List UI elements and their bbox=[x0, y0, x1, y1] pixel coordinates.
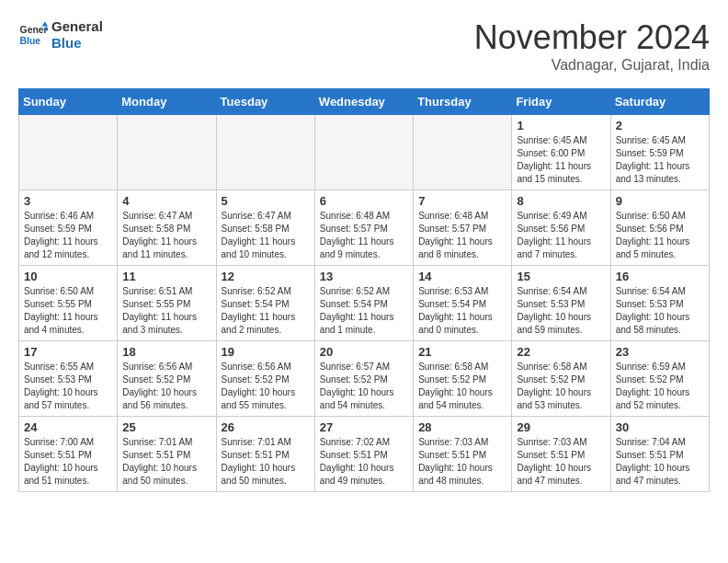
calendar-cell: 3Sunrise: 6:46 AMSunset: 5:59 PMDaylight… bbox=[19, 190, 118, 266]
calendar-week-2: 3Sunrise: 6:46 AMSunset: 5:59 PMDaylight… bbox=[19, 190, 710, 266]
calendar-cell: 25Sunrise: 7:01 AMSunset: 5:51 PMDayligh… bbox=[118, 417, 216, 492]
calendar-cell: 18Sunrise: 6:56 AMSunset: 5:52 PMDayligh… bbox=[118, 341, 216, 417]
cell-info: Sunrise: 6:55 AMSunset: 5:53 PMDaylight:… bbox=[24, 361, 112, 412]
calendar-cell: 22Sunrise: 6:58 AMSunset: 5:52 PMDayligh… bbox=[512, 341, 610, 417]
location: Vadnagar, Gujarat, India bbox=[474, 57, 710, 74]
calendar-week-3: 10Sunrise: 6:50 AMSunset: 5:55 PMDayligh… bbox=[19, 266, 710, 341]
calendar-cell: 12Sunrise: 6:52 AMSunset: 5:54 PMDayligh… bbox=[216, 266, 314, 341]
calendar-cell: 20Sunrise: 6:57 AMSunset: 5:52 PMDayligh… bbox=[314, 341, 413, 417]
day-number: 18 bbox=[122, 345, 210, 359]
weekday-header-sunday: Sunday bbox=[19, 89, 118, 115]
cell-info: Sunrise: 7:02 AMSunset: 5:51 PMDaylight:… bbox=[320, 436, 408, 488]
calendar-cell: 8Sunrise: 6:49 AMSunset: 5:56 PMDaylight… bbox=[512, 190, 610, 266]
day-number: 17 bbox=[24, 345, 112, 359]
cell-info: Sunrise: 6:58 AMSunset: 5:52 PMDaylight:… bbox=[418, 361, 506, 412]
calendar-cell: 17Sunrise: 6:55 AMSunset: 5:53 PMDayligh… bbox=[19, 341, 118, 417]
day-number: 22 bbox=[517, 345, 605, 359]
cell-info: Sunrise: 7:03 AMSunset: 5:51 PMDaylight:… bbox=[418, 436, 506, 488]
day-number: 12 bbox=[222, 270, 310, 283]
day-number: 6 bbox=[320, 194, 408, 208]
day-number: 4 bbox=[122, 194, 210, 208]
calendar-cell: 10Sunrise: 6:50 AMSunset: 5:55 PMDayligh… bbox=[19, 266, 118, 341]
calendar-cell: 21Sunrise: 6:58 AMSunset: 5:52 PMDayligh… bbox=[414, 341, 512, 417]
cell-info: Sunrise: 6:48 AMSunset: 5:57 PMDaylight:… bbox=[320, 210, 408, 261]
calendar-cell: 6Sunrise: 6:48 AMSunset: 5:57 PMDaylight… bbox=[314, 190, 413, 266]
calendar-cell: 7Sunrise: 6:48 AMSunset: 5:57 PMDaylight… bbox=[414, 190, 512, 266]
day-number: 1 bbox=[517, 119, 605, 132]
day-number: 26 bbox=[222, 420, 310, 434]
cell-info: Sunrise: 6:46 AMSunset: 5:59 PMDaylight:… bbox=[24, 210, 112, 261]
logo-icon: General Blue bbox=[18, 20, 48, 50]
day-number: 24 bbox=[24, 420, 112, 434]
svg-text:Blue: Blue bbox=[20, 36, 41, 46]
day-number: 27 bbox=[320, 420, 408, 434]
calendar-cell: 14Sunrise: 6:53 AMSunset: 5:54 PMDayligh… bbox=[414, 266, 512, 341]
day-number: 23 bbox=[616, 345, 704, 359]
cell-info: Sunrise: 7:03 AMSunset: 5:51 PMDaylight:… bbox=[517, 436, 605, 488]
cell-info: Sunrise: 6:47 AMSunset: 5:58 PMDaylight:… bbox=[222, 210, 310, 261]
day-number: 16 bbox=[616, 270, 704, 283]
cell-info: Sunrise: 6:45 AMSunset: 5:59 PMDaylight:… bbox=[616, 134, 704, 186]
day-number: 20 bbox=[320, 345, 408, 359]
calendar-cell: 26Sunrise: 7:01 AMSunset: 5:51 PMDayligh… bbox=[216, 417, 314, 492]
calendar-cell bbox=[118, 115, 216, 190]
calendar-cell: 5Sunrise: 6:47 AMSunset: 5:58 PMDaylight… bbox=[216, 190, 314, 266]
calendar-cell: 23Sunrise: 6:59 AMSunset: 5:52 PMDayligh… bbox=[610, 341, 709, 417]
day-number: 21 bbox=[418, 345, 506, 359]
month-title: November 2024 bbox=[474, 18, 710, 57]
day-number: 13 bbox=[320, 270, 408, 283]
logo-blue: Blue bbox=[51, 35, 103, 52]
day-number: 10 bbox=[24, 270, 112, 283]
calendar-week-4: 17Sunrise: 6:55 AMSunset: 5:53 PMDayligh… bbox=[19, 341, 710, 417]
cell-info: Sunrise: 7:01 AMSunset: 5:51 PMDaylight:… bbox=[222, 436, 310, 488]
day-number: 8 bbox=[517, 194, 605, 208]
calendar-cell bbox=[19, 115, 118, 190]
calendar-cell: 28Sunrise: 7:03 AMSunset: 5:51 PMDayligh… bbox=[414, 417, 512, 492]
day-number: 28 bbox=[418, 420, 506, 434]
calendar-cell: 13Sunrise: 6:52 AMSunset: 5:54 PMDayligh… bbox=[314, 266, 413, 341]
svg-marker-2 bbox=[42, 22, 48, 27]
cell-info: Sunrise: 6:53 AMSunset: 5:54 PMDaylight:… bbox=[418, 285, 506, 337]
day-number: 9 bbox=[616, 194, 704, 208]
cell-info: Sunrise: 7:00 AMSunset: 5:51 PMDaylight:… bbox=[24, 436, 112, 488]
calendar-cell: 19Sunrise: 6:56 AMSunset: 5:52 PMDayligh… bbox=[216, 341, 314, 417]
calendar-cell: 30Sunrise: 7:04 AMSunset: 5:51 PMDayligh… bbox=[610, 417, 709, 492]
cell-info: Sunrise: 6:54 AMSunset: 5:53 PMDaylight:… bbox=[517, 285, 605, 337]
cell-info: Sunrise: 6:47 AMSunset: 5:58 PMDaylight:… bbox=[122, 210, 210, 261]
day-number: 11 bbox=[122, 270, 210, 283]
cell-info: Sunrise: 6:54 AMSunset: 5:53 PMDaylight:… bbox=[616, 285, 704, 337]
calendar-cell: 9Sunrise: 6:50 AMSunset: 5:56 PMDaylight… bbox=[610, 190, 709, 266]
cell-info: Sunrise: 6:52 AMSunset: 5:54 PMDaylight:… bbox=[320, 285, 408, 337]
day-number: 5 bbox=[222, 194, 310, 208]
cell-info: Sunrise: 6:57 AMSunset: 5:52 PMDaylight:… bbox=[320, 361, 408, 412]
calendar-cell bbox=[414, 115, 512, 190]
cell-info: Sunrise: 6:58 AMSunset: 5:52 PMDaylight:… bbox=[517, 361, 605, 412]
cell-info: Sunrise: 6:56 AMSunset: 5:52 PMDaylight:… bbox=[122, 361, 210, 412]
day-number: 3 bbox=[24, 194, 112, 208]
weekday-header-saturday: Saturday bbox=[610, 89, 709, 115]
cell-info: Sunrise: 6:50 AMSunset: 5:56 PMDaylight:… bbox=[616, 210, 704, 261]
title-section: November 2024 Vadnagar, Gujarat, India bbox=[474, 18, 710, 74]
calendar-cell bbox=[216, 115, 314, 190]
weekday-header-monday: Monday bbox=[118, 89, 216, 115]
cell-info: Sunrise: 6:50 AMSunset: 5:55 PMDaylight:… bbox=[24, 285, 112, 337]
calendar-cell: 16Sunrise: 6:54 AMSunset: 5:53 PMDayligh… bbox=[610, 266, 709, 341]
cell-info: Sunrise: 6:45 AMSunset: 6:00 PMDaylight:… bbox=[517, 134, 605, 186]
calendar-cell: 29Sunrise: 7:03 AMSunset: 5:51 PMDayligh… bbox=[512, 417, 610, 492]
calendar-cell: 24Sunrise: 7:00 AMSunset: 5:51 PMDayligh… bbox=[19, 417, 118, 492]
logo-general: General bbox=[51, 18, 103, 35]
weekday-header-friday: Friday bbox=[512, 89, 610, 115]
day-number: 19 bbox=[222, 345, 310, 359]
weekday-header-thursday: Thursday bbox=[414, 89, 512, 115]
calendar-week-1: 1Sunrise: 6:45 AMSunset: 6:00 PMDaylight… bbox=[19, 115, 710, 190]
day-number: 14 bbox=[418, 270, 506, 283]
calendar-table: SundayMondayTuesdayWednesdayThursdayFrid… bbox=[18, 88, 710, 492]
calendar-cell: 4Sunrise: 6:47 AMSunset: 5:58 PMDaylight… bbox=[118, 190, 216, 266]
calendar-cell: 15Sunrise: 6:54 AMSunset: 5:53 PMDayligh… bbox=[512, 266, 610, 341]
calendar-cell: 2Sunrise: 6:45 AMSunset: 5:59 PMDaylight… bbox=[610, 115, 709, 190]
calendar-cell: 11Sunrise: 6:51 AMSunset: 5:55 PMDayligh… bbox=[118, 266, 216, 341]
cell-info: Sunrise: 6:48 AMSunset: 5:57 PMDaylight:… bbox=[418, 210, 506, 261]
day-number: 30 bbox=[616, 420, 704, 434]
weekday-header-tuesday: Tuesday bbox=[216, 89, 314, 115]
cell-info: Sunrise: 6:56 AMSunset: 5:52 PMDaylight:… bbox=[222, 361, 310, 412]
